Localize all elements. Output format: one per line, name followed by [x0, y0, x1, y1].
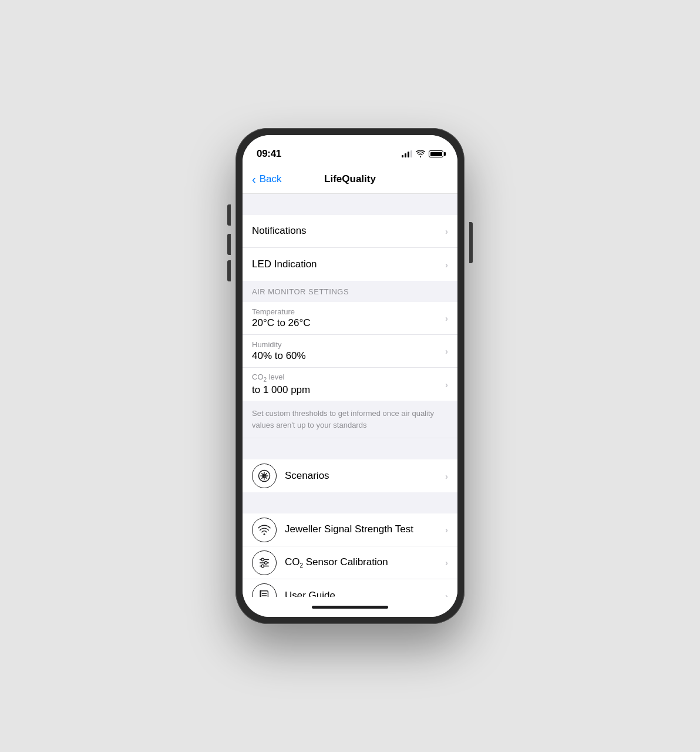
- scenarios-icon-circle: [252, 464, 277, 488]
- group-notifications: Notifications › LED Indication ›: [243, 215, 457, 281]
- svg-point-8: [261, 565, 264, 568]
- scenarios-label: Scenarios: [285, 470, 329, 481]
- nav-bar: ‹ Back LifeQuality: [243, 164, 457, 194]
- phone-screen: 09:41: [243, 135, 457, 617]
- back-button[interactable]: ‹ Back: [252, 173, 281, 185]
- user-guide-item[interactable]: User Guide ›: [243, 579, 457, 597]
- co2-calibration-icon: [258, 556, 271, 569]
- humidity-subtitle: Humidity: [252, 340, 440, 349]
- notifications-chevron: ›: [445, 226, 448, 236]
- page-title: LifeQuality: [324, 173, 376, 185]
- jeweller-icon: [258, 523, 271, 536]
- home-bar: [312, 606, 388, 609]
- co2-subtitle: CO2 level: [252, 372, 440, 383]
- temperature-item[interactable]: Temperature 20°C to 26°C ›: [243, 302, 457, 335]
- co2-calibration-label: CO2 Sensor Calibration: [285, 556, 388, 568]
- co2-value: to 1 000 ppm: [252, 384, 440, 396]
- air-monitor-description: Set custom thresholds to get informed on…: [252, 408, 448, 431]
- co2-calibration-chevron: ›: [445, 558, 448, 568]
- status-time: 09:41: [257, 148, 281, 160]
- led-indication-item[interactable]: LED Indication ›: [243, 248, 457, 281]
- signal-icon: [402, 150, 412, 157]
- humidity-value: 40% to 60%: [252, 350, 440, 362]
- svg-point-2: [264, 533, 265, 535]
- user-guide-chevron: ›: [445, 591, 448, 597]
- jeweller-icon-circle: [252, 518, 277, 542]
- co2-chevron: ›: [445, 380, 448, 390]
- temperature-value: 20°C to 26°C: [252, 317, 440, 329]
- co2-item[interactable]: CO2 level to 1 000 ppm ›: [243, 368, 457, 401]
- co2-calibration-item[interactable]: CO2 Sensor Calibration ›: [243, 546, 457, 579]
- jeweller-label: Jeweller Signal Strength Test: [285, 523, 413, 535]
- wifi-icon: [416, 150, 425, 157]
- air-monitor-group: Temperature 20°C to 26°C › Humidity 40% …: [243, 302, 457, 401]
- humidity-chevron: ›: [445, 346, 448, 356]
- scenarios-group: Scenarios ›: [243, 459, 457, 492]
- user-guide-icon-circle: [252, 583, 277, 597]
- led-label: LED Indication: [252, 258, 317, 270]
- battery-icon: [429, 150, 443, 157]
- jeweller-chevron: ›: [445, 525, 448, 535]
- temperature-chevron: ›: [445, 313, 448, 323]
- air-monitor-label: AIR MONITOR SETTINGS: [252, 287, 349, 296]
- svg-point-7: [264, 561, 267, 564]
- scenarios-item[interactable]: Scenarios ›: [243, 459, 457, 492]
- jeweller-item[interactable]: Jeweller Signal Strength Test ›: [243, 513, 457, 546]
- temperature-subtitle: Temperature: [252, 307, 440, 316]
- back-chevron: ‹: [252, 173, 256, 185]
- mid-separator: [243, 438, 457, 459]
- tools-group: Jeweller Signal Strength Test ›: [243, 513, 457, 597]
- scenarios-chevron: ›: [445, 471, 448, 481]
- air-monitor-separator: AIR MONITOR SETTINGS: [243, 281, 457, 302]
- user-guide-label: User Guide: [285, 590, 335, 597]
- notifications-item[interactable]: Notifications ›: [243, 215, 457, 248]
- phone-device: 09:41: [235, 128, 465, 624]
- scroll-content[interactable]: Notifications › LED Indication › AIR MON…: [243, 194, 457, 597]
- notifications-label: Notifications: [252, 225, 307, 236]
- co2-calibration-icon-circle: [252, 550, 277, 575]
- user-guide-icon: [258, 589, 271, 597]
- top-separator: [243, 194, 457, 215]
- humidity-item[interactable]: Humidity 40% to 60% ›: [243, 335, 457, 368]
- air-monitor-description-area: Set custom thresholds to get informed on…: [243, 401, 457, 438]
- led-chevron: ›: [445, 260, 448, 270]
- status-bar: 09:41: [243, 135, 457, 164]
- bottom-separator: [243, 492, 457, 513]
- scenarios-icon: [258, 469, 271, 482]
- status-icons: [402, 150, 443, 157]
- back-label: Back: [260, 173, 282, 185]
- svg-point-6: [261, 558, 264, 561]
- home-indicator: [243, 597, 457, 617]
